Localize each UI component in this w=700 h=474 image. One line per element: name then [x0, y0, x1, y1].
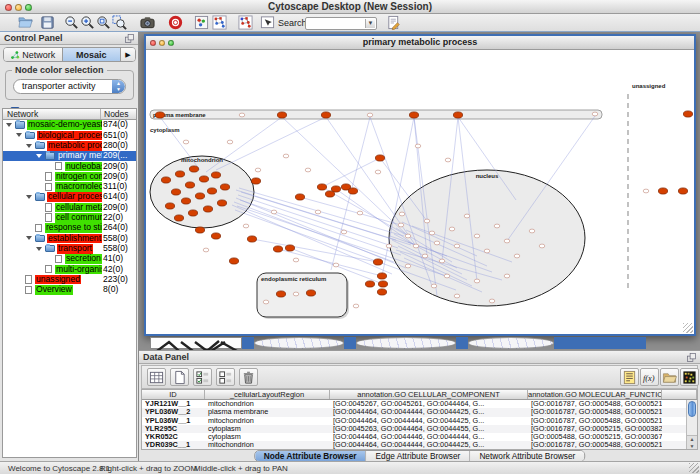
network-node-small[interactable] — [375, 170, 381, 174]
network-node[interactable] — [306, 290, 315, 296]
network-node[interactable] — [195, 227, 204, 233]
float-panel-icon[interactable] — [686, 352, 697, 363]
attribute-table-header[interactable]: ID_cellularLayoutRegionannotation.GO CEL… — [142, 390, 697, 400]
network-node-small[interactable] — [203, 248, 209, 252]
network-node-small[interactable] — [464, 214, 470, 218]
network-node[interactable] — [175, 171, 184, 177]
vizmapper-icon[interactable] — [194, 15, 209, 30]
network-node[interactable] — [165, 203, 174, 209]
network-node[interactable] — [185, 182, 194, 188]
tree-row[interactable]: cellular process614(0) — [3, 192, 136, 202]
main-titlebar[interactable]: Cytoscape Desktop (New Session) — [0, 0, 700, 14]
table-scrollbar[interactable]: ▲▼ — [686, 400, 697, 449]
search-dropdown-icon[interactable]: ▼ — [365, 19, 375, 28]
network-node-small[interactable] — [539, 244, 545, 248]
network-node-small[interactable] — [454, 294, 460, 298]
network-node-small[interactable] — [474, 279, 480, 283]
network-node-small[interactable] — [293, 258, 299, 262]
network-node-small[interactable] — [643, 189, 649, 193]
network-node-small[interactable] — [283, 154, 289, 158]
network-node-small[interactable] — [357, 211, 363, 215]
tree-row[interactable]: macromolecule311(0) — [3, 182, 136, 192]
network-node-small[interactable] — [255, 168, 261, 172]
network-node-small[interactable] — [445, 158, 451, 162]
tree-row[interactable]: nucleobase-209(0) — [3, 161, 136, 171]
network-node[interactable] — [189, 166, 198, 172]
network-node-small[interactable] — [398, 223, 404, 227]
network-node-small[interactable] — [504, 239, 510, 243]
network-node-small[interactable] — [405, 234, 411, 238]
network-node[interactable] — [211, 233, 220, 239]
network-node-small[interactable] — [489, 299, 495, 303]
table-column-header[interactable]: annotation.GO MOLECULAR_FUNCTION — [528, 390, 662, 399]
network-node[interactable] — [317, 184, 326, 190]
network-node-small[interactable] — [434, 241, 440, 245]
background-window-fragment[interactable] — [150, 337, 242, 349]
network-node-small[interactable] — [444, 274, 450, 278]
network-node-small[interactable] — [529, 229, 535, 233]
network-node-small[interactable] — [494, 224, 500, 228]
tree-expand-icon[interactable] — [26, 236, 32, 240]
annotation-icon[interactable] — [260, 15, 275, 30]
tree-row[interactable]: transport558(0) — [3, 244, 136, 254]
network-node[interactable] — [207, 188, 216, 194]
advanced-search-icon[interactable] — [386, 15, 401, 30]
network-edge[interactable] — [240, 200, 401, 255]
network-node-small[interactable] — [454, 244, 460, 248]
network-node-small[interactable] — [514, 254, 520, 258]
tree-row[interactable]: multi-organism pro42(0) — [3, 264, 136, 274]
network-node-small[interactable] — [413, 244, 419, 248]
network-node[interactable] — [377, 289, 386, 295]
background-window-fragment[interactable] — [468, 337, 554, 349]
table-row[interactable]: YLR295Ccytoplasm[GO:0045263, GO:0044464,… — [142, 425, 686, 433]
app-resize-grip[interactable] — [689, 463, 699, 473]
tree-expand-icon[interactable] — [36, 247, 42, 251]
network-node[interactable] — [321, 112, 330, 118]
network-window-titlebar[interactable]: primary metabolic process — [146, 36, 694, 50]
network-node[interactable] — [295, 194, 304, 200]
network-node[interactable] — [229, 258, 238, 264]
network-node[interactable] — [348, 188, 357, 194]
network-node-small[interactable] — [415, 144, 421, 148]
background-window-fragment[interactable] — [356, 337, 456, 349]
network-node-small[interactable] — [439, 259, 445, 263]
zoom-out-icon[interactable] — [64, 15, 79, 30]
background-window-fragment[interactable] — [456, 337, 468, 349]
network-node[interactable] — [247, 236, 256, 242]
network-node-small[interactable] — [386, 244, 392, 248]
background-window-fragment[interactable] — [254, 337, 344, 349]
tree-row[interactable]: biological_process651(0) — [3, 130, 136, 140]
network-edge[interactable] — [322, 158, 380, 187]
tree-row[interactable]: cellular metabo209(0) — [3, 202, 136, 212]
network-node[interactable] — [195, 193, 204, 199]
network-node[interactable] — [161, 177, 170, 183]
table-row[interactable]: YDR039C__1mitochondrion[GO:0044464, GO:0… — [142, 441, 686, 449]
tree-expand-icon[interactable] — [26, 144, 32, 148]
open-session-icon[interactable] — [18, 15, 33, 30]
network-node[interactable] — [199, 176, 208, 182]
network-edge[interactable] — [236, 198, 406, 268]
network-node[interactable] — [409, 112, 418, 118]
zoom-selected-icon[interactable] — [112, 15, 127, 30]
help-icon[interactable] — [168, 15, 183, 30]
tab-network[interactable]: Network — [4, 48, 63, 61]
network-node[interactable] — [277, 112, 286, 118]
network-canvas[interactable]: plasma membranecytoplasmmitochondrionnuc… — [146, 50, 694, 334]
table-row[interactable]: YPL036W__1mitochondrion[GO:0044464, GO:0… — [142, 417, 686, 425]
tree-row[interactable]: nitrogen compo209(0) — [3, 171, 136, 181]
network-node-small[interactable] — [341, 230, 347, 234]
network-node[interactable] — [658, 188, 667, 194]
save-session-icon[interactable] — [40, 15, 55, 30]
network-node[interactable] — [220, 184, 229, 190]
network-node-small[interactable] — [239, 113, 245, 117]
network-node[interactable] — [188, 210, 197, 216]
network-node-small[interactable] — [263, 300, 269, 304]
network-edge[interactable] — [282, 117, 408, 236]
network-node[interactable] — [181, 198, 190, 204]
tree-expand-icon[interactable] — [36, 154, 42, 158]
search-input[interactable]: ▼ — [305, 17, 377, 30]
tree-row[interactable]: establishment of lo558(0) — [3, 233, 136, 243]
network-node[interactable] — [325, 191, 334, 197]
tree-row[interactable]: mosaic-demo-yeast874(0) — [3, 120, 136, 130]
network-node[interactable] — [453, 112, 462, 118]
